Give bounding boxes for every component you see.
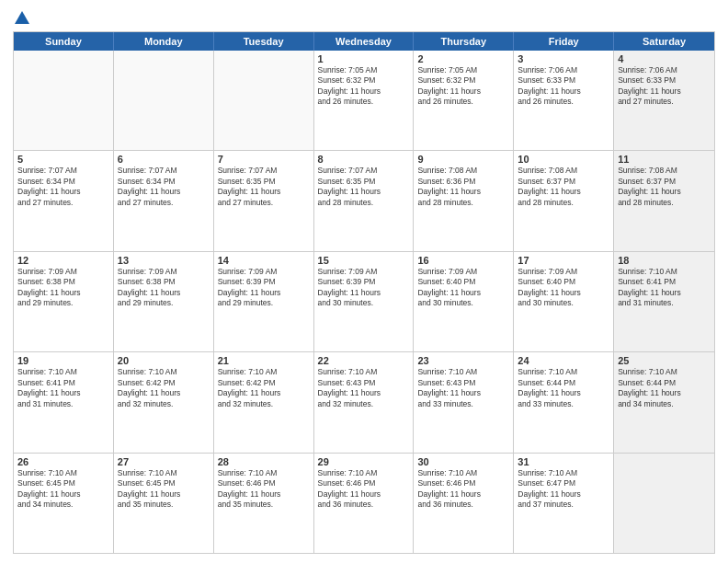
sunrise-text: Sunrise: 7:08 AM xyxy=(618,166,711,176)
calendar-cell: 28Sunrise: 7:10 AMSunset: 6:46 PMDayligh… xyxy=(214,454,314,553)
daylight-hours: Daylight: 11 hours xyxy=(118,489,210,500)
sunrise-text: Sunrise: 7:10 AM xyxy=(17,468,109,478)
daylight-minutes: and 36 minutes. xyxy=(318,500,410,510)
header-day-saturday: Saturday xyxy=(614,32,714,51)
daylight-hours: Daylight: 11 hours xyxy=(417,86,509,97)
daylight-minutes: and 29 minutes. xyxy=(218,298,310,308)
sunset-text: Sunset: 6:34 PM xyxy=(17,177,109,187)
daylight-hours: Daylight: 11 hours xyxy=(218,489,310,500)
calendar-cell: 8Sunrise: 7:07 AMSunset: 6:35 PMDaylight… xyxy=(314,151,415,250)
daylight-minutes: and 26 minutes. xyxy=(318,97,410,107)
header-day-monday: Monday xyxy=(114,32,214,51)
sunrise-text: Sunrise: 7:06 AM xyxy=(618,65,711,75)
daylight-hours: Daylight: 11 hours xyxy=(618,388,711,398)
day-number: 24 xyxy=(518,355,609,366)
daylight-minutes: and 33 minutes. xyxy=(417,399,509,409)
sunset-text: Sunset: 6:39 PM xyxy=(318,277,410,287)
calendar-cell: 30Sunrise: 7:10 AMSunset: 6:46 PMDayligh… xyxy=(414,454,514,553)
sunrise-text: Sunrise: 7:09 AM xyxy=(17,267,109,277)
daylight-hours: Daylight: 11 hours xyxy=(218,288,310,298)
calendar-cell: 19Sunrise: 7:10 AMSunset: 6:41 PMDayligh… xyxy=(14,352,114,452)
day-number: 20 xyxy=(118,355,210,366)
header-day-friday: Friday xyxy=(514,32,614,51)
daylight-minutes: and 37 minutes. xyxy=(518,500,609,510)
calendar-cell: 2Sunrise: 7:05 AMSunset: 6:32 PMDaylight… xyxy=(414,51,514,150)
sunset-text: Sunset: 6:43 PM xyxy=(417,378,509,388)
calendar-cell: 11Sunrise: 7:08 AMSunset: 6:37 PMDayligh… xyxy=(614,151,714,250)
day-number: 29 xyxy=(318,456,410,467)
day-number: 22 xyxy=(318,355,410,366)
day-number: 7 xyxy=(218,154,310,165)
daylight-minutes: and 26 minutes. xyxy=(417,97,509,107)
day-number: 10 xyxy=(518,154,609,165)
header xyxy=(13,9,715,26)
calendar-body: 1Sunrise: 7:05 AMSunset: 6:32 PMDaylight… xyxy=(14,51,714,553)
daylight-hours: Daylight: 11 hours xyxy=(118,288,210,298)
calendar-cell: 29Sunrise: 7:10 AMSunset: 6:46 PMDayligh… xyxy=(314,454,415,553)
sunrise-text: Sunrise: 7:06 AM xyxy=(518,65,609,75)
sunset-text: Sunset: 6:38 PM xyxy=(17,277,109,287)
daylight-minutes: and 33 minutes. xyxy=(518,399,609,409)
calendar-row-0: 1Sunrise: 7:05 AMSunset: 6:32 PMDaylight… xyxy=(14,51,714,151)
day-number: 11 xyxy=(618,154,711,165)
sunrise-text: Sunrise: 7:09 AM xyxy=(417,267,509,277)
daylight-hours: Daylight: 11 hours xyxy=(218,388,310,398)
logo xyxy=(13,9,31,26)
sunset-text: Sunset: 6:35 PM xyxy=(318,177,410,187)
sunset-text: Sunset: 6:33 PM xyxy=(618,75,711,86)
sunset-text: Sunset: 6:40 PM xyxy=(518,277,609,287)
daylight-minutes: and 27 minutes. xyxy=(17,198,109,208)
svg-marker-0 xyxy=(15,11,29,24)
calendar-cell xyxy=(614,454,714,553)
sunrise-text: Sunrise: 7:09 AM xyxy=(518,267,609,277)
daylight-minutes: and 34 minutes. xyxy=(17,500,109,510)
sunrise-text: Sunrise: 7:10 AM xyxy=(618,367,711,377)
calendar-cell: 6Sunrise: 7:07 AMSunset: 6:34 PMDaylight… xyxy=(114,151,214,250)
sunrise-text: Sunrise: 7:10 AM xyxy=(118,367,210,377)
sunrise-text: Sunrise: 7:10 AM xyxy=(518,468,609,478)
sunset-text: Sunset: 6:37 PM xyxy=(518,177,609,187)
calendar-header: SundayMondayTuesdayWednesdayThursdayFrid… xyxy=(14,32,714,51)
sunrise-text: Sunrise: 7:10 AM xyxy=(318,367,410,377)
calendar-cell: 9Sunrise: 7:08 AMSunset: 6:36 PMDaylight… xyxy=(414,151,514,250)
day-number: 9 xyxy=(417,154,509,165)
daylight-minutes: and 26 minutes. xyxy=(518,97,609,107)
daylight-hours: Daylight: 11 hours xyxy=(318,187,410,197)
calendar-cell: 14Sunrise: 7:09 AMSunset: 6:39 PMDayligh… xyxy=(214,252,314,351)
sunset-text: Sunset: 6:42 PM xyxy=(118,378,210,388)
daylight-minutes: and 28 minutes. xyxy=(618,198,711,208)
logo-icon xyxy=(14,9,30,26)
calendar-cell xyxy=(114,51,214,150)
daylight-hours: Daylight: 11 hours xyxy=(518,489,609,500)
calendar-cell: 23Sunrise: 7:10 AMSunset: 6:43 PMDayligh… xyxy=(414,352,514,452)
sunrise-text: Sunrise: 7:08 AM xyxy=(417,166,509,176)
sunset-text: Sunset: 6:38 PM xyxy=(118,277,210,287)
day-number: 5 xyxy=(17,154,109,165)
sunset-text: Sunset: 6:39 PM xyxy=(218,277,310,287)
daylight-hours: Daylight: 11 hours xyxy=(318,86,410,97)
calendar-cell: 7Sunrise: 7:07 AMSunset: 6:35 PMDaylight… xyxy=(214,151,314,250)
daylight-hours: Daylight: 11 hours xyxy=(17,288,109,298)
daylight-minutes: and 32 minutes. xyxy=(318,399,410,409)
sunset-text: Sunset: 6:35 PM xyxy=(218,177,310,187)
day-number: 8 xyxy=(318,154,410,165)
daylight-hours: Daylight: 11 hours xyxy=(17,489,109,500)
day-number: 15 xyxy=(318,255,410,266)
daylight-minutes: and 32 minutes. xyxy=(218,399,310,409)
daylight-minutes: and 34 minutes. xyxy=(618,399,711,409)
sunrise-text: Sunrise: 7:07 AM xyxy=(318,166,410,176)
sunset-text: Sunset: 6:42 PM xyxy=(218,378,310,388)
sunset-text: Sunset: 6:46 PM xyxy=(218,478,310,488)
daylight-minutes: and 31 minutes. xyxy=(618,298,711,308)
sunrise-text: Sunrise: 7:09 AM xyxy=(318,267,410,277)
sunrise-text: Sunrise: 7:10 AM xyxy=(417,367,509,377)
sunset-text: Sunset: 6:45 PM xyxy=(17,478,109,488)
calendar-cell xyxy=(14,51,114,150)
calendar-cell: 21Sunrise: 7:10 AMSunset: 6:42 PMDayligh… xyxy=(214,352,314,452)
day-number: 27 xyxy=(118,456,210,467)
daylight-minutes: and 35 minutes. xyxy=(218,500,310,510)
day-number: 4 xyxy=(618,53,711,64)
daylight-minutes: and 32 minutes. xyxy=(118,399,210,409)
daylight-minutes: and 29 minutes. xyxy=(17,298,109,308)
calendar-cell: 22Sunrise: 7:10 AMSunset: 6:43 PMDayligh… xyxy=(314,352,415,452)
